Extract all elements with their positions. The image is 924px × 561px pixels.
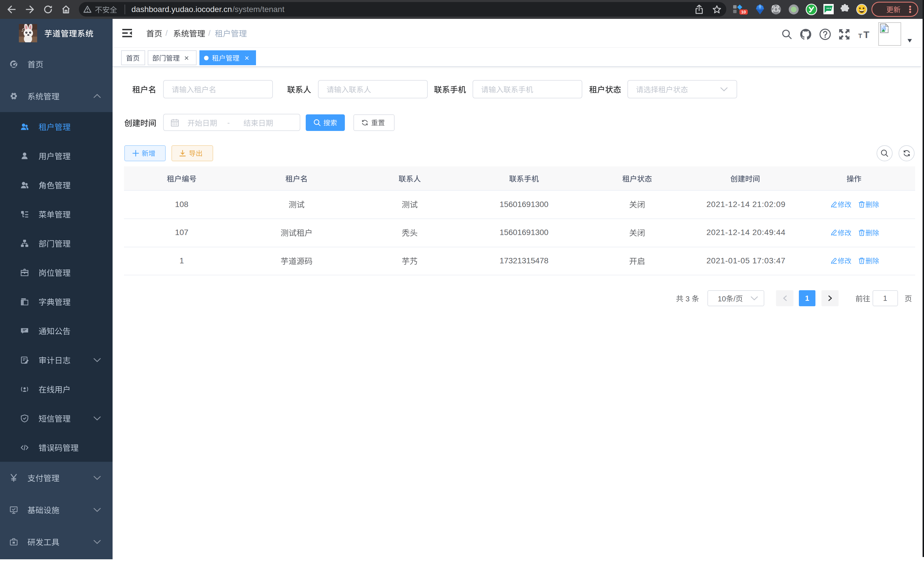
svg-text:10: 10 <box>718 294 726 303</box>
svg-text:3: 3 <box>683 294 692 303</box>
svg-text:/: / <box>734 294 736 303</box>
